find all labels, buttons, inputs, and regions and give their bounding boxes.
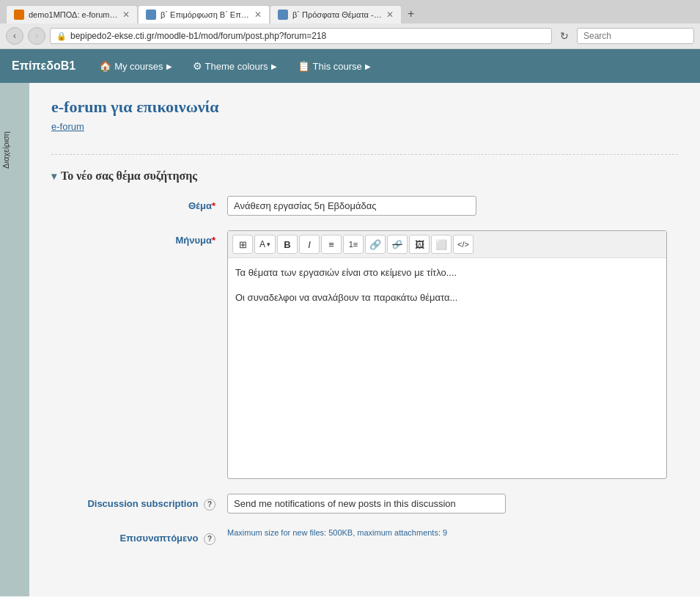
forward-button[interactable]: ›: [28, 27, 45, 45]
image-icon: 🖼: [415, 239, 424, 250]
toolbar-ordered-list[interactable]: 1≡: [343, 235, 364, 254]
message-line-1: Τα θέματα των εργασιών είναι στο κείμενο…: [235, 266, 659, 280]
theme-colours-icon: ⚙: [193, 60, 202, 72]
side-panel[interactable]: Διαχείριση: [0, 83, 29, 596]
toolbar-unlink[interactable]: 🔗: [387, 235, 408, 254]
discussion-subscription-field: Send me notifications of new posts in th…: [227, 494, 678, 514]
editor-wrapper: ⊞ A ▾ B I: [227, 230, 667, 479]
my-courses-icon: 🏠: [99, 60, 111, 72]
breadcrumb-link[interactable]: e-forum: [51, 121, 84, 132]
tab-label-3: β΄ Πρόσφατα Θέματα - Συζη...: [292, 10, 382, 19]
message-line-2: Οι συναδελφοι να αναλάβουν τα παρακάτω θ…: [235, 290, 659, 305]
toolbar-format[interactable]: A ▾: [254, 235, 276, 254]
browser-tab-3[interactable]: β΄ Πρόσφατα Θέματα - Συζη... ✕: [270, 5, 402, 23]
page-wrapper: Διαχείριση e-forum για επικοινωνία e-for…: [0, 83, 700, 596]
bold-icon: B: [284, 239, 290, 250]
browser-addressbar: ‹ › 🔒 bepipedo2-ekse.cti.gr/moodle-b1/mo…: [0, 23, 700, 49]
section-header-text: Το νέο σας θέμα συζήτησης: [61, 169, 197, 183]
editor-toolbar: ⊞ A ▾ B I: [228, 231, 666, 258]
toolbar-italic[interactable]: I: [299, 235, 320, 254]
message-row: Μήνυμα* ⊞ A ▾: [51, 230, 678, 479]
nav-this-course[interactable]: 📋 This course ▶: [289, 54, 380, 78]
form-section: ▾ Το νέο σας θέμα συζήτησης Θέμα* Μήνυμα…: [51, 169, 678, 545]
this-course-chevron: ▶: [365, 62, 371, 70]
italic-icon: I: [308, 239, 311, 250]
page-title: e-forum για επικοινωνία: [51, 98, 678, 117]
unlink-icon: 🔗: [392, 240, 402, 249]
this-course-icon: 📋: [298, 60, 310, 72]
new-tab-button[interactable]: +: [402, 4, 420, 23]
message-editor[interactable]: Τα θέματα των εργασιών είναι στο κείμενο…: [228, 258, 666, 478]
toolbar-html[interactable]: </>: [453, 235, 474, 254]
side-panel-label[interactable]: Διαχείριση: [0, 127, 12, 173]
attachment-label: Επισυναπτόμενο ?: [51, 528, 227, 545]
tab-label-2: β΄ Επιμόρφωση Β΄ Επιπέδου ...: [161, 10, 250, 19]
select-wrapper: Send me notifications of new posts in th…: [227, 494, 678, 514]
format-icon: A: [259, 239, 265, 249]
reload-button[interactable]: ↻: [556, 28, 572, 44]
nav-my-courses[interactable]: 🏠 My courses ▶: [90, 54, 180, 78]
message-field-wrapper: ⊞ A ▾ B I: [227, 230, 678, 479]
subject-field-wrapper: [227, 196, 678, 216]
collapse-icon[interactable]: ▾: [51, 170, 56, 183]
toolbar-image[interactable]: 🖼: [409, 235, 430, 254]
section-header: ▾ Το νέο σας θέμα συζήτησης: [51, 169, 678, 183]
tab-favicon-2: [146, 10, 156, 20]
attachment-row: Επισυναπτόμενο ? Maximum size for new fi…: [51, 528, 678, 545]
tab-close-2[interactable]: ✕: [254, 10, 262, 20]
attachment-info: Maximum size for new files: 500KB, maxim…: [227, 528, 678, 537]
moodle-navbar: ΕπίπεδοΒ1 🏠 My courses ▶ ⚙ Theme colours…: [0, 49, 700, 83]
html-icon: </>: [457, 240, 469, 249]
browser-tabs: demo1ΜΠΟΔ: e-forum για... ✕ β΄ Επιμόρφωσ…: [0, 0, 700, 23]
theme-colours-chevron: ▶: [271, 62, 277, 70]
unordered-list-icon: ≡: [328, 239, 334, 250]
discussion-subscription-select[interactable]: Send me notifications of new posts in th…: [227, 494, 506, 514]
attachment-field: Maximum size for new files: 500KB, maxim…: [227, 528, 678, 537]
browser-tab-2[interactable]: β΄ Επιμόρφωση Β΄ Επιπέδου ... ✕: [138, 5, 270, 23]
back-button[interactable]: ‹: [6, 27, 23, 45]
message-label: Μήνυμα*: [51, 230, 227, 246]
address-field[interactable]: 🔒 bepipedo2-ekse.cti.gr/moodle-b1/mod/fo…: [50, 28, 552, 44]
nav-theme-colours-label: Theme colours: [205, 61, 268, 72]
table-icon: ⊞: [239, 239, 247, 250]
subject-required: *: [212, 200, 215, 211]
lock-icon: 🔒: [56, 32, 67, 41]
tab-label-1: demo1ΜΠΟΔ: e-forum για...: [29, 10, 118, 19]
toolbar-unordered-list[interactable]: ≡: [321, 235, 342, 254]
subject-row: Θέμα*: [51, 196, 678, 216]
discussion-subscription-row: Discussion subscription ? Send me notifi…: [51, 494, 678, 514]
attachment-help-icon[interactable]: ?: [204, 533, 215, 545]
tab-close-1[interactable]: ✕: [122, 10, 130, 20]
format-chevron: ▾: [267, 241, 270, 248]
browser-chrome: demo1ΜΠΟΔ: e-forum για... ✕ β΄ Επιμόρφωσ…: [0, 0, 700, 49]
subject-label: Θέμα*: [51, 196, 227, 211]
my-courses-chevron: ▶: [166, 62, 172, 70]
tab-close-3[interactable]: ✕: [386, 10, 394, 20]
browser-tab-1[interactable]: demo1ΜΠΟΔ: e-forum για... ✕: [6, 5, 138, 23]
toolbar-link[interactable]: 🔗: [365, 235, 386, 254]
discussion-subscription-help-icon[interactable]: ?: [204, 499, 215, 511]
toolbar-table[interactable]: ⊞: [232, 235, 253, 254]
main-content: e-forum για επικοινωνία e-forum ▾ Το νέο…: [29, 83, 700, 596]
tab-favicon-1: [14, 10, 24, 20]
toolbar-media[interactable]: ⬜: [431, 235, 452, 254]
browser-search-input[interactable]: [577, 28, 694, 44]
subject-input[interactable]: [227, 196, 476, 216]
tab-favicon-3: [278, 10, 288, 20]
media-icon: ⬜: [435, 239, 447, 250]
discussion-subscription-label: Discussion subscription ?: [51, 494, 227, 511]
message-required: *: [212, 235, 215, 246]
site-title[interactable]: ΕπίπεδοΒ1: [12, 59, 75, 73]
ordered-list-icon: 1≡: [349, 240, 358, 249]
nav-this-course-label: This course: [313, 61, 362, 72]
nav-my-courses-label: My courses: [114, 61, 163, 72]
link-icon: 🔗: [369, 239, 381, 250]
toolbar-bold[interactable]: B: [277, 235, 298, 254]
nav-theme-colours[interactable]: ⚙ Theme colours ▶: [184, 54, 286, 78]
address-text: bepipedo2-ekse.cti.gr/moodle-b1/mod/foru…: [70, 31, 326, 41]
section-divider: [51, 154, 678, 155]
